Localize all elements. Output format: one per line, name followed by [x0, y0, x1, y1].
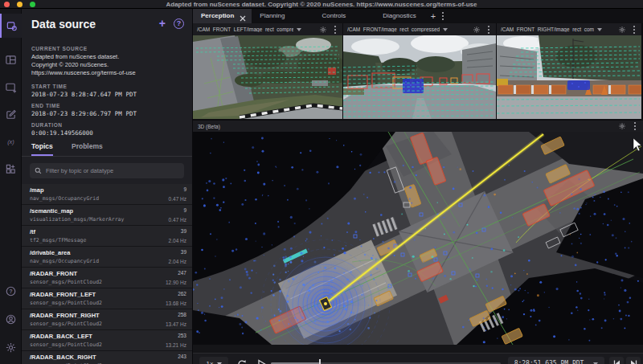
sidebar-item-edit-layout[interactable] — [0, 102, 22, 126]
play-button[interactable] — [254, 357, 268, 364]
end-time-value: 2018-07-23 8:29:06.797 PM PDT — [31, 110, 186, 118]
chevron-down-icon — [597, 28, 602, 31]
topic-count: 258 — [178, 312, 186, 317]
topic-filter-input[interactable] — [46, 167, 179, 174]
sidebar-item-add-panel[interactable] — [0, 75, 22, 99]
panel-menu-icon[interactable] — [331, 26, 338, 34]
app-sidebar-rail: (x) ? — [0, 9, 22, 364]
panel-help-button[interactable]: ? — [174, 18, 184, 29]
seek-forward-icon — [629, 359, 638, 364]
topic-frequency: 12.90 Hz — [166, 280, 186, 285]
topic-datatype: sensor_msgs/PointCloud2 — [30, 300, 102, 306]
camera-panels-row: /CAM_FRONT_LEFT/image_rect_compressed — [193, 23, 643, 119]
topic-frequency: 13.68 Hz — [166, 301, 186, 306]
cam-front-panel: /CAM_FRONT/image_rect_compressed — [343, 23, 496, 119]
topic-row[interactable]: /tf tf2_msgs/TFMessage 39 2.04 Hz — [22, 226, 193, 247]
sidebar-item-variables[interactable]: (x) — [0, 129, 22, 153]
topic-name: /RADAR_FRONT_RIGHT — [30, 312, 100, 319]
start-time-label: START TIME — [31, 84, 68, 89]
panel-menu-icon[interactable] — [630, 26, 637, 34]
extensions-icon — [5, 163, 17, 175]
topic-row[interactable]: /RADAR_BACK_LEFT sensor_msgs/PointCloud2… — [22, 330, 193, 351]
three-d-panel-title: 3D (Beta) — [198, 124, 220, 129]
cam-front-left-image[interactable] — [193, 35, 342, 119]
image-topic-selector[interactable]: /CAM_FRONT_RIGHT/image_rect_compressed — [501, 27, 594, 32]
source-line: Copyright © 2020 nuScenes. — [31, 61, 186, 69]
sidebar-item-extensions[interactable] — [0, 157, 22, 181]
search-icon — [35, 167, 42, 174]
panel-menu-icon[interactable] — [631, 122, 638, 130]
panel-settings-icon[interactable] — [473, 22, 481, 37]
current-time-display[interactable]: 8:28:51.635 PM PDT — [508, 357, 604, 364]
layout-grid-icon — [5, 54, 17, 66]
svg-text:?: ? — [10, 288, 13, 293]
main-area: Perception Planning Controls Diagnostics… — [193, 9, 643, 364]
panel-settings-icon[interactable] — [319, 22, 327, 37]
sidebar-item-data-source[interactable] — [0, 14, 22, 38]
tab-perception[interactable]: Perception — [193, 9, 252, 23]
topic-row[interactable]: /map nav_msgs/OccupancyGrid 9 0.47 Hz — [22, 184, 193, 205]
topic-name: /map — [30, 186, 44, 194]
window-titlebar: Adapted from nuScenes dataset. Copyright… — [0, 0, 643, 9]
duration-value: 0:00:19.149566000 — [31, 129, 186, 137]
topic-name: /semantic_map — [30, 207, 73, 215]
cam-front-left-panel: /CAM_FRONT_LEFT/image_rect_compressed — [193, 23, 342, 119]
tab-planning[interactable]: Planning — [252, 9, 293, 23]
image-topic-selector[interactable]: /CAM_FRONT/image_rect_compressed — [347, 27, 440, 32]
panel-menu-icon[interactable] — [485, 26, 492, 34]
topic-row[interactable]: /RADAR_FRONT_RIGHT sensor_msgs/PointClou… — [22, 309, 193, 330]
edit-pencil-icon — [5, 108, 17, 121]
panel-settings-icon[interactable] — [618, 22, 626, 37]
topic-name: /RADAR_BACK_RIGHT — [30, 354, 96, 361]
data-source-panel: Data source + ? CURRENT SOURCE Adapted f… — [22, 9, 193, 364]
source-line: https://www.nuscenes.org/terms-of-use — [31, 69, 186, 77]
close-tab-icon[interactable] — [240, 13, 246, 19]
sidebar-item-settings[interactable] — [0, 335, 22, 359]
topic-frequency: 2.04 Hz — [169, 259, 186, 264]
panel-title: Data source — [31, 18, 96, 31]
playback-speed-selector[interactable]: 1× — [199, 357, 228, 364]
cam-front-image[interactable] — [343, 35, 496, 119]
seek-forward-button[interactable] — [626, 357, 641, 364]
current-source-label: CURRENT SOURCE — [31, 46, 88, 51]
topic-frequency: 13.47 Hz — [166, 321, 186, 327]
playback-bar: 1× 8:28:51.635 PM PDT — [193, 353, 643, 364]
topic-row[interactable]: /drivable_area nav_msgs/OccupancyGrid 39… — [22, 247, 193, 268]
topic-name: /drivable_area — [30, 249, 70, 256]
seek-backward-button[interactable] — [609, 357, 624, 364]
chevron-down-icon — [297, 28, 301, 31]
topic-row[interactable]: /RADAR_FRONT_LEFT sensor_msgs/PointCloud… — [22, 288, 193, 309]
add-connection-button[interactable]: + — [159, 18, 166, 29]
topic-name: /RADAR_FRONT — [30, 270, 77, 277]
sidebar-item-account[interactable] — [0, 307, 22, 331]
topic-row[interactable]: /RADAR_FRONT sensor_msgs/PointCloud2 247… — [22, 268, 193, 288]
topic-row[interactable]: /RADAR_BACK_RIGHT sensor_msgs/PointCloud… — [22, 351, 193, 364]
current-source-value: Adapted from nuScenes dataset. Copyright… — [31, 53, 186, 77]
three-d-scene-canvas[interactable] — [193, 132, 643, 345]
window-title: Adapted from nuScenes dataset. Copyright… — [0, 0, 643, 9]
settings-gear-icon — [5, 342, 17, 354]
topic-datatype: sensor_msgs/PointCloud2 — [30, 279, 102, 285]
topic-row[interactable]: /semantic_map visualization_msgs/MarkerA… — [22, 205, 193, 226]
topic-datatype: nav_msgs/OccupancyGrid — [30, 258, 99, 264]
tab-label: Planning — [260, 12, 285, 19]
playhead-marker[interactable] — [319, 359, 321, 364]
topic-datatype: sensor_msgs/PointCloud2 — [30, 321, 102, 327]
sidebar-item-help[interactable]: ? — [0, 279, 22, 303]
tab-controls[interactable]: Controls — [313, 9, 354, 23]
panel-header: /CAM_FRONT/image_rect_compressed — [343, 23, 496, 35]
tab-topics[interactable]: Topics — [31, 137, 53, 156]
variables-icon: (x) — [5, 136, 17, 148]
loop-playback-button[interactable] — [235, 357, 249, 364]
topic-frequency: 0.47 Hz — [169, 196, 186, 202]
sidebar-item-layouts[interactable] — [0, 47, 22, 72]
image-topic-selector[interactable]: /CAM_FRONT_LEFT/image_rect_compressed — [197, 27, 293, 32]
add-panel-icon — [5, 81, 17, 93]
cam-front-right-image[interactable] — [497, 35, 641, 119]
tab-problems[interactable]: Problems — [72, 137, 103, 156]
panel-header: /CAM_FRONT_RIGHT/image_rect_compressed — [497, 23, 641, 35]
topic-datatype: visualization_msgs/MarkerArray — [30, 216, 124, 223]
tab-label: Diagnostics — [383, 12, 416, 19]
tabbar-menu-icon[interactable] — [439, 12, 446, 20]
tab-diagnostics[interactable]: Diagnostics — [375, 9, 424, 23]
